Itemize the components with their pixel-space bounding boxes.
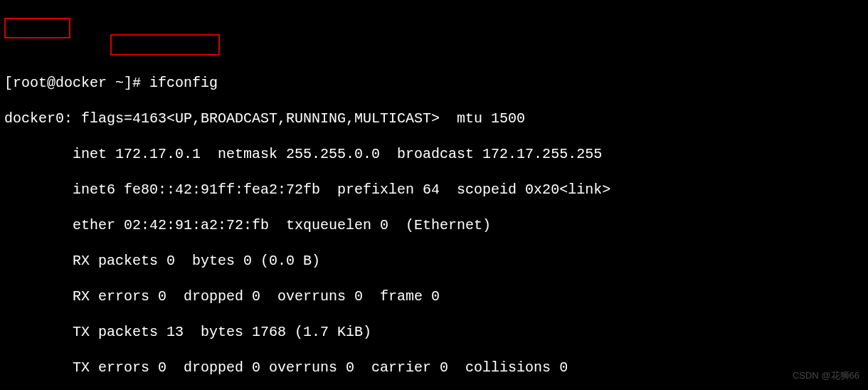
- docker0-ether: ether 02:42:91:a2:72:fb txqueuelen 0 (Et…: [4, 216, 864, 234]
- docker0-inet6: inet6 fe80::42:91ff:fea2:72fb prefixlen …: [4, 181, 864, 199]
- docker0-tx-errors: TX errors 0 dropped 0 overruns 0 carrier…: [4, 359, 864, 376]
- docker0-rx-errors: RX errors 0 dropped 0 overruns 0 frame 0: [4, 288, 864, 305]
- docker0-inet: inet 172.17.0.1 netmask 255.255.0.0 broa…: [4, 145, 864, 163]
- docker0-rx-packets: RX packets 0 bytes 0 (0.0 B): [4, 252, 864, 270]
- docker0-tx-packets: TX packets 13 bytes 1768 (1.7 KiB): [4, 323, 864, 341]
- highlight-docker0-name: [4, 18, 70, 38]
- prompt-line[interactable]: [root@docker ~]# ifconfig: [4, 74, 864, 92]
- docker0-header: docker0: flags=4163<UP,BROADCAST,RUNNING…: [4, 110, 864, 127]
- highlight-docker0-ip: [110, 34, 220, 56]
- watermark-text: CSDN @花狮66: [793, 370, 859, 381]
